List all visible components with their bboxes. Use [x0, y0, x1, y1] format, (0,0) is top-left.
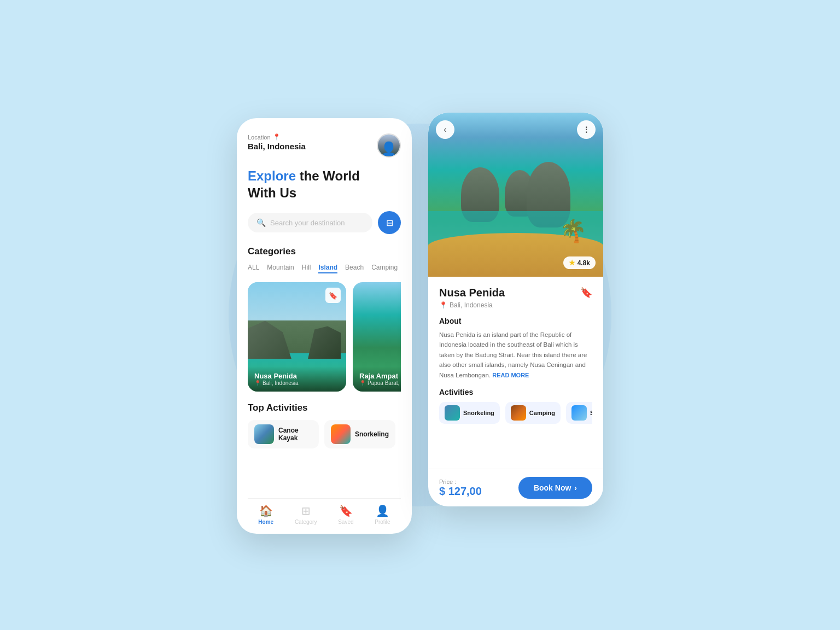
book-now-button[interactable]: Book Now › — [518, 477, 592, 499]
categories-title: Categories — [248, 246, 401, 257]
card-bookmark-icon[interactable]: 🔖 — [325, 288, 341, 303]
cat-island[interactable]: Island — [318, 264, 337, 273]
location-label: Location 📍 — [248, 133, 306, 141]
book-btn-label: Book Now — [534, 483, 571, 492]
avatar-icon: 👤 — [381, 141, 397, 156]
activities-list: Canoe Kayak Snorkeling — [248, 420, 401, 448]
snorkel-chip-label: Snorkeling — [463, 410, 494, 416]
detail-activities-title: Activities — [439, 388, 592, 396]
profile-icon: 👤 — [376, 504, 389, 517]
activity-kayak[interactable]: Canoe Kayak — [248, 420, 319, 448]
search-row: 🔍 Search your destination ⊟ — [248, 211, 401, 234]
sp-chip-thumb — [571, 405, 587, 421]
snorkel-thumb — [331, 424, 351, 444]
snorkel-label: Snorkeling — [355, 430, 389, 438]
price-block: Price : $ 127,00 — [439, 479, 482, 498]
nav-saved[interactable]: 🔖 Saved — [338, 504, 353, 525]
palm-tree-icon: 🌴 — [559, 218, 587, 244]
detail-loc-text: Bali, Indonesia — [450, 301, 493, 309]
card-location: 📍 Bali, Indonesia — [254, 380, 340, 386]
detail-dest-name: Nusa Penida — [439, 287, 505, 299]
book-btn-arrow: › — [574, 483, 577, 492]
nusa-penida-card[interactable]: 🔖 Nusa Penida 📍 Bali, Indonesia — [248, 282, 346, 392]
cat-beach[interactable]: Beach — [345, 264, 364, 273]
location-block: Location 📍 Bali, Indonesia — [248, 133, 306, 151]
hero-highlight: Explore — [248, 168, 296, 183]
more-button[interactable]: ⋮ — [577, 120, 596, 139]
raja-name: Raja Ampat — [359, 372, 401, 380]
activities-title: Top Activities — [248, 402, 401, 413]
star-icon: ★ — [569, 259, 575, 267]
saved-icon: 🔖 — [339, 504, 353, 517]
bottom-nav: 🏠 Home ⊞ Category 🔖 Saved 👤 Profile — [248, 498, 401, 534]
chip-sp[interactable]: Sp... — [566, 402, 592, 424]
filter-button[interactable]: ⊟ — [378, 211, 401, 234]
location-pin-icon: 📍 — [273, 133, 281, 141]
hero-title: Explore the WorldWith Us — [248, 167, 401, 201]
camping-chip-thumb — [511, 405, 526, 421]
location-text: Location — [248, 134, 271, 141]
search-box[interactable]: 🔍 Search your destination — [248, 213, 372, 232]
chip-snorkeling[interactable]: Snorkeling — [439, 402, 500, 424]
read-more-link[interactable]: READ MORE — [492, 372, 529, 378]
kayak-label: Canoe Kayak — [278, 427, 312, 442]
nav-profile-label: Profile — [375, 519, 390, 525]
detail-location: 📍 Bali, Indonesia — [439, 301, 592, 309]
home-icon: 🏠 — [259, 504, 273, 517]
cat-mountain[interactable]: Mountain — [267, 264, 294, 273]
raja-card-info: Raja Ampat 📍 Papua Barat, Indon... — [353, 366, 401, 392]
back-button[interactable]: ‹ — [436, 120, 454, 139]
card-name: Nusa Penida — [254, 372, 340, 380]
detail-activities-section: Activities Snorkeling Camping Sp... — [439, 388, 592, 424]
left-phone: Location 📍 Bali, Indonesia 👤 Explore the… — [237, 118, 412, 534]
about-title: About — [439, 317, 592, 325]
detail-name-row: Nusa Penida 🔖 — [439, 287, 592, 299]
sp-chip-label: Sp... — [590, 410, 592, 416]
detail-footer: Price : $ 127,00 Book Now › — [428, 469, 603, 506]
raja-pin-icon: 📍 — [359, 380, 366, 386]
card-pin-icon: 📍 — [254, 380, 261, 386]
nav-home[interactable]: 🏠 Home — [258, 504, 273, 525]
kayak-thumb — [254, 424, 274, 444]
activity-snorkeling[interactable]: Snorkeling — [324, 420, 395, 448]
right-phone: 🌴 ‹ ⋮ ★ 4.8k Nusa Penida 🔖 📍 Bali, Indon… — [428, 113, 603, 506]
nav-profile[interactable]: 👤 Profile — [375, 504, 390, 525]
raja-location: 📍 Papua Barat, Indon... — [359, 380, 401, 386]
categories-row: ALL Mountain Hill Island Beach Camping — [248, 264, 401, 273]
category-icon: ⊞ — [301, 504, 311, 517]
price-value: $ 127,00 — [439, 485, 482, 498]
detail-image: 🌴 ‹ ⋮ ★ 4.8k — [428, 113, 603, 277]
destination-cards: 🔖 Nusa Penida 📍 Bali, Indonesia Raja Amp… — [248, 282, 401, 392]
app-scene: Location 📍 Bali, Indonesia 👤 Explore the… — [174, 69, 666, 561]
camping-chip-label: Camping — [529, 410, 555, 416]
card-info: Nusa Penida 📍 Bali, Indonesia — [248, 366, 346, 392]
price-label: Price : — [439, 479, 482, 485]
search-placeholder: Search your destination — [270, 219, 345, 227]
rating-value: 4.8k — [578, 259, 590, 267]
snorkel-chip-thumb — [445, 405, 460, 421]
cat-camping[interactable]: Camping — [371, 264, 398, 273]
chip-camping[interactable]: Camping — [505, 402, 561, 424]
activities-chips: Snorkeling Camping Sp... — [439, 402, 592, 424]
nav-saved-label: Saved — [338, 519, 353, 525]
avatar[interactable]: 👤 — [377, 133, 401, 158]
detail-body: Nusa Penida 🔖 📍 Bali, Indonesia About Nu… — [428, 277, 603, 469]
cat-all[interactable]: ALL — [248, 264, 259, 273]
detail-bookmark-icon[interactable]: 🔖 — [580, 287, 592, 299]
nav-home-label: Home — [258, 519, 273, 525]
location-name: Bali, Indonesia — [248, 142, 306, 151]
cat-hill[interactable]: Hill — [302, 264, 311, 273]
rating-badge: ★ 4.8k — [563, 256, 596, 269]
nav-category[interactable]: ⊞ Category — [295, 504, 317, 525]
about-text: Nusa Penida is an island part of the Rep… — [439, 330, 592, 380]
search-icon: 🔍 — [256, 218, 266, 227]
filter-icon: ⊟ — [386, 218, 393, 228]
nav-category-label: Category — [295, 519, 317, 525]
header-row: Location 📍 Bali, Indonesia 👤 — [248, 133, 401, 158]
detail-pin-icon: 📍 — [439, 301, 447, 309]
raja-ampat-card[interactable]: Raja Ampat 📍 Papua Barat, Indon... — [353, 282, 401, 392]
